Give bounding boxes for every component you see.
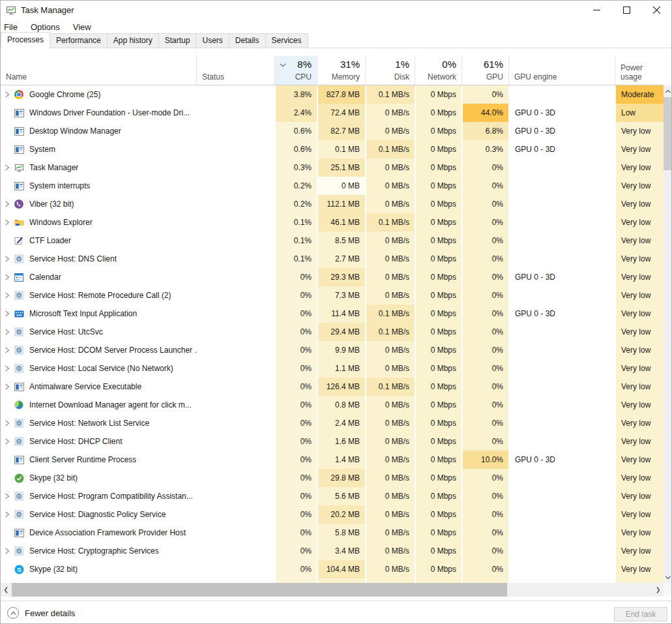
process-row[interactable]: Internet Download Manager agent for clic…: [1, 396, 664, 414]
process-row[interactable]: ⚙Service Host: DNS Client0.1%2.7 MB0 MB/…: [1, 250, 664, 268]
process-row[interactable]: Skype (32 bit)0%29.8 MB0 MB/s0 Mbps0%Ver…: [1, 469, 664, 487]
tab-details[interactable]: Details: [229, 33, 266, 48]
process-row[interactable]: WMI Provider Host0%5.6 MB0 MB/s0 Mbps0%V…: [1, 578, 664, 583]
process-row[interactable]: ⚙Service Host: Cryptographic Services0%3…: [1, 542, 664, 560]
vertical-scrollbar-thumb[interactable]: [664, 97, 672, 170]
cell-gpu-engine: [508, 323, 615, 341]
menu-item-file[interactable]: File: [1, 21, 24, 33]
process-row[interactable]: ⚙Service Host: Diagnostic Policy Service…: [1, 505, 664, 524]
expand-chevron-icon[interactable]: [1, 256, 14, 262]
cell-network: 0 Mbps: [415, 396, 461, 414]
process-row[interactable]: ⚙Service Host: DHCP Client0%1.6 MB0 MB/s…: [1, 432, 664, 451]
process-row[interactable]: Antimalware Service Executable0%126.4 MB…: [1, 378, 664, 396]
column-header-name[interactable]: Name: [1, 56, 196, 85]
menu-item-view[interactable]: View: [66, 21, 98, 33]
process-name: Internet Download Manager agent for clic…: [29, 400, 192, 409]
cell-power-usage: Very low: [615, 158, 664, 177]
expand-chevron-icon[interactable]: [1, 383, 14, 390]
app-window-icon: [14, 381, 24, 392]
expand-chevron-icon[interactable]: [1, 365, 14, 372]
scroll-down-button[interactable]: [664, 572, 672, 583]
expand-chevron-icon[interactable]: [1, 219, 14, 226]
process-row[interactable]: ⚙Service Host: Remote Procedure Call (2)…: [1, 286, 664, 305]
process-row[interactable]: CTF Loader0.1%8.5 MB0 MB/s0 Mbps0%Very l…: [1, 231, 664, 250]
tab-services[interactable]: Services: [265, 33, 308, 48]
process-row[interactable]: Client Server Runtime Process0%1.4 MB0 M…: [1, 451, 664, 469]
expand-chevron-icon[interactable]: [1, 164, 14, 171]
process-row[interactable]: Windows Explorer0.1%46.1 MB0.1 MB/s0 Mbp…: [1, 213, 664, 231]
process-row[interactable]: ⚙Service Host: DCOM Server Process Launc…: [1, 341, 664, 359]
expand-chevron-icon[interactable]: [1, 493, 14, 499]
process-row[interactable]: SSkype (32 bit)0%104.4 MB0 MB/s0 Mbps0%V…: [1, 560, 664, 578]
process-row[interactable]: ⚙Service Host: Local Service (No Network…: [1, 359, 664, 378]
tab-processes[interactable]: Processes: [1, 32, 50, 48]
process-row[interactable]: ⚙Service Host: UtcSvc0%29.4 MB0.1 MB/s0 …: [1, 323, 664, 341]
cell-status: [196, 177, 274, 195]
menu-item-options[interactable]: Options: [24, 21, 66, 33]
cell-network: 0 Mbps: [415, 268, 461, 286]
cell-power-usage: Very low: [615, 305, 664, 323]
process-name-cell: Windows Explorer: [1, 213, 196, 231]
expand-chevron-icon[interactable]: [1, 274, 14, 280]
cell-memory: 29.4 MB: [317, 323, 365, 341]
cell-memory: 126.4 MB: [317, 378, 365, 396]
process-row[interactable]: Windows Driver Foundation - User-mode Dr…: [1, 104, 664, 122]
process-name: Skype (32 bit): [29, 565, 78, 574]
scroll-left-button[interactable]: [1, 583, 11, 597]
process-row[interactable]: System0.6%0.1 MB0.1 MB/s0 Mbps0.3%GPU 0 …: [1, 140, 664, 158]
process-row[interactable]: ⚙Service Host: Program Compatibility Ass…: [1, 487, 664, 505]
cell-disk: 0 MB/s: [365, 432, 415, 451]
expand-chevron-icon[interactable]: [1, 292, 14, 299]
tab-startup[interactable]: Startup: [158, 33, 197, 48]
column-header-gpu[interactable]: 61% GPU: [461, 56, 508, 85]
process-row[interactable]: Calendar0%29.3 MB0 MB/s0 Mbps0%GPU 0 - 3…: [1, 268, 664, 286]
cell-memory: 29.3 MB: [317, 268, 365, 286]
column-header-memory[interactable]: 31% Memory: [317, 56, 365, 85]
process-row[interactable]: ⚙Service Host: Network List Service0%2.4…: [1, 414, 664, 432]
expand-chevron-icon[interactable]: [1, 329, 14, 335]
process-row[interactable]: Google Chrome (25)3.8%827.8 MB0.1 MB/s0 …: [1, 85, 664, 104]
process-row[interactable]: Device Association Framework Provider Ho…: [1, 524, 664, 542]
cell-gpu-engine: GPU 0 - 3D: [508, 268, 615, 286]
expand-chevron-icon[interactable]: [1, 438, 14, 445]
cell-memory: 11.4 MB: [317, 305, 365, 323]
minimize-button[interactable]: [581, 1, 611, 20]
column-header-disk[interactable]: 1% Disk: [365, 56, 415, 85]
maximize-button[interactable]: [611, 1, 641, 20]
process-name-cell: SSkype (32 bit): [1, 560, 196, 578]
close-button[interactable]: [641, 1, 671, 20]
horizontal-scrollbar[interactable]: [1, 583, 664, 597]
column-header-network[interactable]: 0% Network: [415, 56, 461, 85]
process-row[interactable]: System interrupts0.2%0 MB0 MB/s0 Mbps0%V…: [1, 177, 664, 195]
window-controls: [581, 1, 671, 20]
horizontal-scrollbar-thumb[interactable]: [12, 583, 507, 597]
gear-icon: ⚙: [14, 290, 24, 301]
cell-gpu-engine: [508, 158, 615, 177]
expand-chevron-icon[interactable]: [1, 548, 14, 554]
tab-app-history[interactable]: App history: [107, 33, 159, 48]
fewer-details-toggle[interactable]: Fewer details: [7, 607, 75, 619]
expand-chevron-icon[interactable]: [1, 420, 14, 426]
column-header-gpu-engine[interactable]: GPU engine: [508, 56, 615, 85]
cell-network: 0 Mbps: [415, 231, 461, 250]
end-task-button[interactable]: End task: [614, 607, 667, 621]
expand-chevron-icon[interactable]: [1, 347, 14, 353]
expand-chevron-icon[interactable]: [1, 91, 14, 98]
vertical-scrollbar[interactable]: [664, 85, 672, 583]
process-name-cell: ⚙Service Host: DCOM Server Process Launc…: [1, 341, 196, 359]
process-row[interactable]: Desktop Window Manager0.6%82.7 MB0 MB/s0…: [1, 122, 664, 140]
cell-status: [196, 359, 274, 378]
expand-chevron-icon[interactable]: [1, 310, 14, 317]
process-row[interactable]: Microsoft Text Input Application0%11.4 M…: [1, 305, 664, 323]
process-row[interactable]: Viber (32 bit)0.2%112.1 MB0 MB/s0 Mbps0%…: [1, 195, 664, 213]
tab-performance[interactable]: Performance: [50, 33, 108, 48]
process-row[interactable]: Task Manager0.3%25.1 MB0 MB/s0 Mbps0%Ver…: [1, 158, 664, 177]
tab-users[interactable]: Users: [196, 33, 229, 48]
scroll-right-button[interactable]: [653, 583, 664, 597]
column-header-power-usage[interactable]: Power usage: [615, 56, 664, 85]
column-header-cpu[interactable]: 8% CPU: [274, 56, 317, 85]
expand-chevron-icon[interactable]: [1, 511, 14, 518]
scroll-up-button[interactable]: [664, 85, 672, 97]
column-header-status[interactable]: Status: [196, 56, 274, 85]
expand-chevron-icon[interactable]: [1, 201, 14, 207]
